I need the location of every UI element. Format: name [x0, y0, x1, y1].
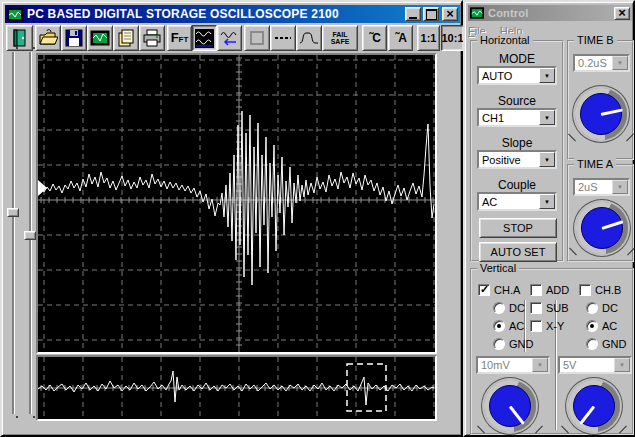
- ratio-1-1-label: 1:1: [421, 34, 437, 43]
- dashed-line-button[interactable]: [270, 25, 296, 51]
- time-a-knob[interactable]: [576, 202, 628, 254]
- ch-b-range-select: 5V: [558, 356, 632, 374]
- failsafe-button[interactable]: FAIL SAFE: [322, 25, 358, 51]
- close-icon[interactable]: [442, 7, 458, 21]
- sub-label: SUB: [546, 302, 569, 314]
- ch-a-checkbox[interactable]: CH.A: [478, 284, 520, 296]
- ch-a-range-value: 10mV: [481, 359, 510, 371]
- slider-tick: [16, 416, 18, 418]
- control-titlebar[interactable]: Control: [468, 5, 632, 21]
- waveform-display-button[interactable]: [192, 25, 217, 51]
- main-window-title: PC BASED DIGITAL STORAGE OSCILLOSCOPE 21…: [27, 7, 339, 21]
- exit-button[interactable]: [6, 25, 33, 51]
- radio-icon: [586, 338, 598, 350]
- time-a-group: TIME A 2uS: [567, 164, 634, 262]
- ch-b-gnd-radio[interactable]: GND: [586, 338, 626, 350]
- notes-icon: [117, 29, 135, 47]
- grid-button[interactable]: [244, 25, 270, 51]
- show-display-button[interactable]: [87, 25, 113, 51]
- ch-a-dc-label: DC: [509, 302, 525, 314]
- save-button[interactable]: [61, 25, 87, 51]
- ch-a-ac-label: AC: [509, 320, 524, 332]
- add-label: ADD: [546, 284, 569, 296]
- maximize-icon[interactable]: [423, 7, 439, 21]
- stop-button[interactable]: STOP: [479, 218, 557, 238]
- ch-a-position-slider[interactable]: [12, 52, 15, 414]
- overview-scope-display[interactable]: [36, 355, 437, 421]
- notes-button[interactable]: [113, 25, 139, 51]
- overview-scope-trace[interactable]: [38, 357, 435, 419]
- time-a-value: 2uS: [578, 181, 598, 193]
- sub-checkbox[interactable]: SUB: [530, 302, 569, 314]
- slope-label: Slope: [472, 136, 562, 150]
- chevron-down-icon: [612, 180, 628, 194]
- vertical-group-label: Vertical: [477, 262, 519, 274]
- slope-select[interactable]: Positive: [477, 150, 557, 169]
- ratio-10-1-button[interactable]: 10:1: [441, 25, 464, 51]
- temp-c-button[interactable]: ˜C: [362, 25, 387, 51]
- xy-label: X-Y: [546, 320, 564, 332]
- ch-b-gnd-label: GND: [602, 338, 626, 350]
- ch-a-gnd-label: GND: [509, 338, 533, 350]
- grid-icon: [249, 30, 265, 46]
- ch-a-gain-knob[interactable]: [484, 380, 536, 432]
- print-button[interactable]: [139, 25, 165, 51]
- ch-b-dc-radio[interactable]: DC: [586, 302, 618, 314]
- checkbox-icon: [530, 302, 542, 314]
- ch-b-dc-label: DC: [602, 302, 618, 314]
- ch-a-dc-radio[interactable]: DC: [493, 302, 525, 314]
- ch-b-ac-radio[interactable]: AC: [586, 320, 617, 332]
- temp-a-button[interactable]: ˜A: [388, 25, 413, 51]
- ch-b-checkbox[interactable]: CH.B: [579, 284, 621, 296]
- add-checkbox[interactable]: ADD: [530, 284, 569, 296]
- chevron-down-icon[interactable]: [539, 194, 555, 209]
- ch-b-position-slider-thumb[interactable]: [24, 231, 36, 240]
- ch-a-gnd-radio[interactable]: GND: [493, 338, 533, 350]
- slider-tick: [33, 47, 35, 49]
- fft-button[interactable]: FFT: [167, 25, 192, 51]
- mode-select[interactable]: AUTO: [477, 66, 557, 85]
- ratio-1-1-button[interactable]: 1:1: [417, 25, 440, 51]
- ch-b-ac-label: AC: [602, 320, 617, 332]
- couple-select[interactable]: AC: [477, 192, 557, 211]
- ch-b-gain-knob[interactable]: [568, 380, 620, 432]
- chevron-down-icon[interactable]: [539, 68, 555, 83]
- mode-value: AUTO: [482, 70, 512, 82]
- checkbox-icon: [530, 320, 542, 332]
- time-a-select: 2uS: [573, 178, 630, 196]
- scope-app-icon: [470, 7, 484, 19]
- checkbox-icon: [530, 284, 542, 296]
- main-scope-display: [36, 53, 437, 354]
- time-b-value: 0.2uS: [578, 57, 607, 69]
- control-window: Control File Help Horizontal MODE AUTO S…: [463, 0, 635, 437]
- ch-a-position-slider-thumb[interactable]: [7, 208, 19, 217]
- waveform-arrow-button[interactable]: [217, 25, 242, 51]
- slope-value: Positive: [482, 154, 521, 166]
- ratio-10-1-label: 10:1: [441, 34, 463, 43]
- time-b-knob[interactable]: [575, 88, 627, 140]
- source-value: CH1: [482, 112, 504, 124]
- open-button[interactable]: [35, 25, 61, 51]
- mode-label: MODE: [472, 52, 562, 66]
- radio-icon: [586, 320, 598, 332]
- close-icon[interactable]: [614, 7, 630, 20]
- main-titlebar[interactable]: PC BASED DIGITAL STORAGE OSCILLOSCOPE 21…: [5, 5, 460, 23]
- chevron-down-icon: [532, 358, 548, 372]
- source-select[interactable]: CH1: [477, 108, 557, 127]
- chevron-down-icon[interactable]: [539, 110, 555, 125]
- minimize-icon[interactable]: [405, 7, 421, 21]
- checkbox-icon: [579, 284, 591, 296]
- checkbox-icon: [478, 284, 490, 296]
- print-icon: [142, 29, 162, 47]
- ch-a-ac-radio[interactable]: AC: [493, 320, 524, 332]
- ch-b-label: CH.B: [595, 284, 621, 296]
- xy-checkbox[interactable]: X-Y: [530, 320, 564, 332]
- chevron-down-icon[interactable]: [539, 152, 555, 167]
- chevron-down-icon: [614, 358, 630, 372]
- waveform-display-icon: [195, 29, 214, 48]
- vertical-group: Vertical CH.A ADD CH.B DC SUB DC: [470, 268, 634, 435]
- temp-a-label: ˜A: [395, 34, 406, 43]
- waveform-arrow-icon: [220, 29, 239, 48]
- smooth-wave-button[interactable]: [296, 25, 322, 51]
- auto-set-button[interactable]: AUTO SET: [479, 242, 557, 262]
